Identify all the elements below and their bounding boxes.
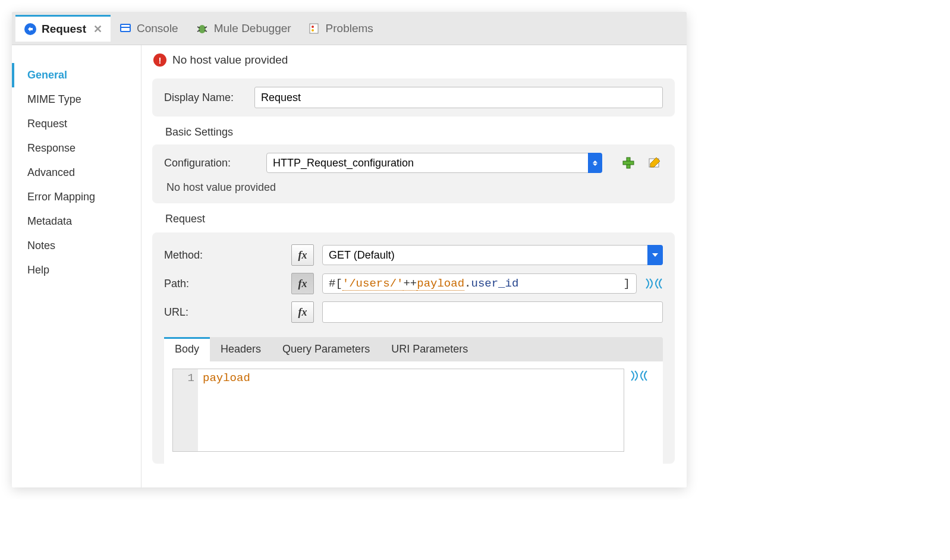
sidebar-item-help[interactable]: Help xyxy=(12,258,141,282)
edit-config-button[interactable] xyxy=(646,156,663,170)
request-section-title: Request xyxy=(152,212,675,228)
url-fx-button[interactable]: fx xyxy=(291,301,314,323)
svg-point-4 xyxy=(199,25,206,33)
console-icon xyxy=(119,22,132,35)
tab-debugger-label: Mule Debugger xyxy=(214,22,291,35)
sidebar-item-error-mapping[interactable]: Error Mapping xyxy=(12,185,141,209)
method-label: Method: xyxy=(164,249,283,262)
body-dataweave-icon[interactable] xyxy=(630,369,648,452)
request-section: Method: fx Path: fx #[ '/users/' xyxy=(152,232,675,464)
dataweave-icon[interactable] xyxy=(645,276,663,291)
edit-icon xyxy=(648,156,661,169)
sidebar-item-advanced[interactable]: Advanced xyxy=(12,161,141,185)
sidebar-item-response[interactable]: Response xyxy=(12,136,141,161)
display-name-label: Display Name: xyxy=(164,92,247,104)
sub-tab-uri-params[interactable]: URI Parameters xyxy=(380,337,479,361)
sidebar-item-general[interactable]: General xyxy=(12,63,141,87)
problems-icon xyxy=(308,22,321,35)
configuration-value[interactable] xyxy=(266,153,602,173)
method-value[interactable] xyxy=(322,245,663,265)
path-label: Path: xyxy=(164,278,283,290)
chevron-updown-icon xyxy=(588,153,602,173)
svg-point-11 xyxy=(312,29,314,32)
error-banner: ! No host value provided xyxy=(141,45,687,75)
error-text: No host value provided xyxy=(172,54,288,67)
mule-request-panel: Request ✕ Console Mule Debugger Problems… xyxy=(12,12,687,487)
body-code-content[interactable]: payload xyxy=(198,369,624,451)
plus-icon xyxy=(622,156,635,169)
tab-problems-label: Problems xyxy=(326,22,373,35)
add-config-button[interactable] xyxy=(620,156,637,170)
main-panel: ! No host value provided Display Name: B… xyxy=(141,45,687,487)
method-select[interactable] xyxy=(322,245,663,265)
tab-console[interactable]: Console xyxy=(111,16,187,41)
sidebar-item-request[interactable]: Request xyxy=(12,112,141,136)
tab-console-label: Console xyxy=(137,22,178,35)
editor-tab-bar: Request ✕ Console Mule Debugger Problems xyxy=(12,12,687,45)
configuration-label: Configuration: xyxy=(164,157,259,169)
url-input[interactable] xyxy=(322,301,663,323)
line-gutter: 1 xyxy=(173,369,198,451)
tab-debugger[interactable]: Mule Debugger xyxy=(187,16,300,41)
configuration-select[interactable] xyxy=(266,153,602,173)
path-fx-button[interactable]: fx xyxy=(291,273,314,294)
body-editor-area: 1 payload xyxy=(164,361,663,464)
tab-request-label: Request xyxy=(42,23,86,36)
error-icon: ! xyxy=(153,54,166,67)
svg-rect-3 xyxy=(121,27,130,28)
sidebar-item-metadata[interactable]: Metadata xyxy=(12,209,141,234)
svg-rect-13 xyxy=(623,161,634,165)
sidebar-nav: General MIME Type Request Response Advan… xyxy=(12,45,141,487)
display-name-input[interactable] xyxy=(254,87,663,108)
tab-request[interactable]: Request ✕ xyxy=(15,15,111,42)
path-expression-input[interactable]: #[ '/users/' ++ payload . user_id ] xyxy=(322,273,637,294)
config-note: No host value provided xyxy=(164,173,663,195)
body-code-editor[interactable]: 1 payload xyxy=(172,369,624,452)
svg-rect-9 xyxy=(310,24,318,33)
chevron-down-icon xyxy=(647,245,663,265)
sub-tab-headers[interactable]: Headers xyxy=(210,337,272,361)
tab-problems[interactable]: Problems xyxy=(300,16,382,41)
basic-settings-section: Configuration: xyxy=(152,144,675,203)
request-icon xyxy=(24,23,37,36)
bug-icon xyxy=(195,22,209,35)
close-icon[interactable]: ✕ xyxy=(93,23,102,36)
sub-tab-body[interactable]: Body xyxy=(164,337,210,361)
sidebar-item-mime[interactable]: MIME Type xyxy=(12,87,141,112)
sidebar-item-notes[interactable]: Notes xyxy=(12,234,141,258)
url-label: URL: xyxy=(164,306,283,319)
method-fx-button[interactable]: fx xyxy=(291,244,314,266)
display-name-section: Display Name: xyxy=(152,78,675,117)
request-sub-tabs: Body Headers Query Parameters URI Parame… xyxy=(164,337,663,361)
sub-tab-query-params[interactable]: Query Parameters xyxy=(272,337,380,361)
basic-settings-title: Basic Settings xyxy=(152,125,675,141)
svg-point-10 xyxy=(312,26,314,28)
content-area: General MIME Type Request Response Advan… xyxy=(12,45,687,487)
